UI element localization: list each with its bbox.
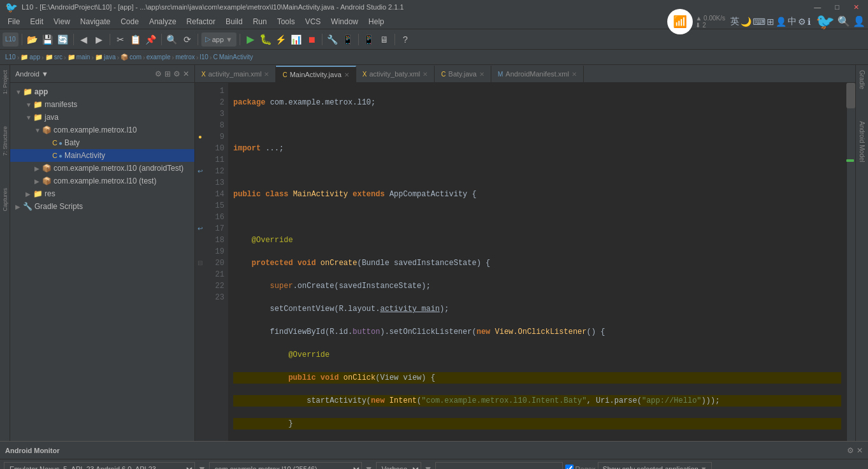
project-dropdown[interactable]: Android ▼ xyxy=(15,70,48,78)
icon-info[interactable]: ℹ xyxy=(807,17,811,27)
regex-checkbox[interactable] xyxy=(565,465,574,469)
icon-person[interactable]: 👤 xyxy=(776,17,786,27)
sync-gradle[interactable]: 🔧 xyxy=(326,32,340,47)
toolbar-save[interactable]: 💾 xyxy=(41,32,55,47)
menu-edit[interactable]: Edit xyxy=(25,16,48,27)
project-expand-icon[interactable]: ⊞ xyxy=(164,69,171,78)
tree-item-mainactivity[interactable]: C ● MainActivity xyxy=(10,149,194,162)
bc-metrox[interactable]: metrox xyxy=(175,54,195,61)
android-device-monitor[interactable]: 🖥 xyxy=(377,32,391,47)
help-toolbar[interactable]: ? xyxy=(398,32,412,47)
coverage-button[interactable]: ⚡ xyxy=(274,32,288,47)
menu-run[interactable]: Run xyxy=(248,16,272,27)
avd-manager[interactable]: 📱 xyxy=(362,32,376,47)
tree-item-app[interactable]: ▼ 📁 app xyxy=(10,85,194,98)
bc-app[interactable]: app xyxy=(29,54,40,61)
icon-grid[interactable]: ⊞ xyxy=(767,17,774,27)
tree-item-pkg[interactable]: ▼ 📦 com.example.metrox.l10 xyxy=(10,124,194,136)
search-icon-top[interactable]: 🔍 xyxy=(837,15,850,27)
code-content[interactable]: package com.example.metrox.l10; import .… xyxy=(228,83,846,441)
bc-java[interactable]: java xyxy=(104,54,115,61)
icon-translate[interactable]: 英 xyxy=(730,16,739,27)
strip-gradle[interactable]: Gradle xyxy=(857,68,867,92)
bc-example[interactable]: example xyxy=(147,54,171,61)
editor-scrollbar[interactable] xyxy=(846,83,855,441)
close-button[interactable]: ✕ xyxy=(850,3,863,11)
toolbar-cut[interactable]: ✂ xyxy=(113,32,127,47)
monitor-settings-icon[interactable]: ⚙ xyxy=(847,446,854,455)
menu-window[interactable]: Window xyxy=(326,16,363,27)
tab-mainactivity-java[interactable]: C MainActivity.java ✕ xyxy=(276,66,356,82)
icon-chinese[interactable]: 中 xyxy=(788,16,797,27)
tab-activity-main-xml[interactable]: X activity_main.xml ✕ xyxy=(195,66,276,82)
menu-code[interactable]: Code xyxy=(115,16,144,27)
monitor-close-icon[interactable]: ✕ xyxy=(857,446,863,455)
user-icon-top[interactable]: 👤 xyxy=(853,15,865,27)
strip-android-model[interactable]: Android Model xyxy=(857,119,867,164)
toolbar-sync[interactable]: 🔄 xyxy=(56,32,70,47)
tree-item-baty[interactable]: C ● Baty xyxy=(10,136,194,149)
menu-vcs[interactable]: VCS xyxy=(300,16,326,27)
icon-moon[interactable]: 🌙 xyxy=(741,17,751,27)
menu-build[interactable]: Build xyxy=(221,16,248,27)
scrollbar-thumb[interactable] xyxy=(846,83,855,108)
device-selector[interactable]: Emulator Nexus_5_API_23 Android 6.0, API… xyxy=(4,462,195,470)
toolbar-copy[interactable]: 📋 xyxy=(129,32,143,47)
project-gear-icon[interactable]: ⚙ xyxy=(173,69,180,78)
icon-keyboard[interactable]: ⌨ xyxy=(753,17,765,27)
menu-refactor[interactable]: Refactor xyxy=(182,16,221,27)
tree-item-java[interactable]: ▼ 📁 java xyxy=(10,111,194,124)
toolbar-back[interactable]: ◀ xyxy=(77,32,91,47)
toolbar-open[interactable]: 📂 xyxy=(25,32,40,47)
minimize-button[interactable]: — xyxy=(810,3,825,11)
menu-view[interactable]: View xyxy=(48,16,75,27)
toolbar-paste[interactable]: 📌 xyxy=(144,32,158,47)
side-project[interactable]: 1: Project xyxy=(1,68,10,97)
tab-close-activity-main[interactable]: ✕ xyxy=(264,71,269,78)
tab-close-androidmanifest[interactable]: ✕ xyxy=(572,71,577,78)
bc-l10-2[interactable]: l10 xyxy=(199,54,208,61)
menu-navigate[interactable]: Navigate xyxy=(75,16,115,27)
bc-com[interactable]: com xyxy=(129,54,141,61)
maximize-button[interactable]: □ xyxy=(831,3,843,11)
run-button[interactable]: ▶ xyxy=(243,32,257,47)
toolbar-find[interactable]: 🔍 xyxy=(165,32,179,47)
icon-settings[interactable]: ⚙ xyxy=(798,17,806,27)
log-level-selector[interactable]: Verbose Debug Info Warn Error xyxy=(376,462,421,470)
menu-tools[interactable]: Tools xyxy=(272,16,300,27)
menu-file[interactable]: File xyxy=(3,16,25,27)
tab-close-mainactivity[interactable]: ✕ xyxy=(344,71,349,78)
side-captures[interactable]: Captures xyxy=(1,185,10,214)
regex-label[interactable]: Regex xyxy=(565,465,596,469)
tree-item-test[interactable]: ▶ 📦 com.example.metrox.l10 (test) xyxy=(10,175,194,187)
sdk-manager[interactable]: 📱 xyxy=(341,32,355,47)
menu-analyze[interactable]: Analyze xyxy=(144,16,182,27)
project-close-icon[interactable]: ✕ xyxy=(183,69,189,78)
tree-item-androidtest[interactable]: ▶ 📦 com.example.metrox.l10 (androidTest) xyxy=(10,162,194,175)
tab-baty-java[interactable]: C Baty.java ✕ xyxy=(435,66,491,82)
menu-help[interactable]: Help xyxy=(363,16,389,27)
tab-close-activity-baty[interactable]: ✕ xyxy=(423,71,428,78)
bc-main[interactable]: main xyxy=(76,54,90,61)
tab-activity-baty-xml[interactable]: X activity_baty.xml ✕ xyxy=(356,66,435,82)
log-search-input[interactable] xyxy=(435,462,563,470)
bc-src[interactable]: src xyxy=(54,54,62,61)
bc-mainactivity[interactable]: MainActivity xyxy=(219,54,253,61)
side-structure[interactable]: 7: Structure xyxy=(1,124,10,159)
tree-item-gradle[interactable]: ▶ 🔧 Gradle Scripts xyxy=(10,200,194,213)
stop-button[interactable]: ⏹ xyxy=(305,32,319,47)
profile-button[interactable]: 📊 xyxy=(289,32,303,47)
tab-androidmanifest-xml[interactable]: M AndroidManifest.xml ✕ xyxy=(491,66,584,82)
package-selector[interactable]: com.example.metrox.l10 (25546) xyxy=(209,462,362,470)
project-settings-icon[interactable]: ⚙ xyxy=(155,69,162,78)
tree-item-manifests[interactable]: ▼ 📁 manifests xyxy=(10,98,194,111)
toolbar-replace[interactable]: ⟳ xyxy=(180,32,194,47)
tab-close-baty[interactable]: ✕ xyxy=(479,71,484,78)
show-selected-application[interactable]: Show only selected application ▼ xyxy=(598,462,711,470)
code-editor[interactable]: ● ↩ ↩ ⊟ 1 2 3 8 xyxy=(195,83,855,441)
debug-button[interactable]: 🐛 xyxy=(259,32,273,47)
toolbar-forward[interactable]: ▶ xyxy=(92,32,106,47)
tree-item-res[interactable]: ▶ 📁 res xyxy=(10,187,194,200)
bc-l10[interactable]: L10 xyxy=(5,54,16,61)
app-selector[interactable]: ▷ app ▼ xyxy=(201,32,236,47)
